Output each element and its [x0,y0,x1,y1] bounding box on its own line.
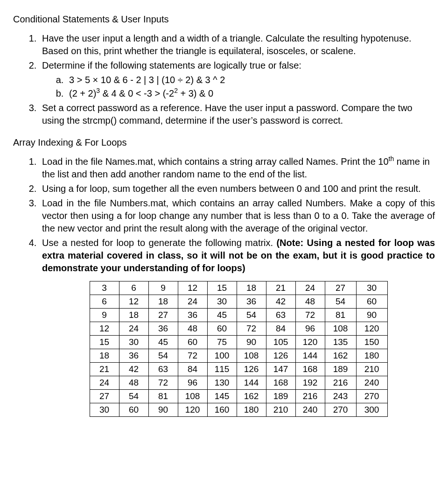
matrix-cell: 27 [148,309,178,322]
matrix-cell: 60 [207,322,237,336]
matrix-cell: 24 [90,376,119,390]
s2-q4-pre: Use a nested for loop to generate the fo… [42,238,276,248]
matrix-cell: 162 [325,349,356,363]
matrix-cell: 12 [90,322,119,336]
table-row: 306090120160180210240270300 [90,403,387,417]
matrix-cell: 72 [148,376,178,390]
matrix-cell: 60 [178,336,207,349]
s1-q1: Have the user input a length and a width… [39,32,435,57]
matrix-cell: 48 [119,376,148,390]
table-row: 18365472100108126144162180 [90,349,387,363]
matrix-cell: 54 [237,309,266,322]
matrix-cell: 189 [266,390,295,403]
section-2-list: Load in the file Names.mat, which contai… [13,155,435,417]
matrix-cell: 18 [90,349,119,363]
matrix-cell: 162 [237,390,266,403]
s2-q1-sup: th [389,155,394,162]
matrix-cell: 150 [356,336,387,349]
matrix-cell: 144 [295,349,325,363]
table-row: 36912151821242730 [90,281,387,295]
matrix-cell: 192 [295,376,325,390]
matrix-table: 3691215182124273061218243036424854609182… [90,281,388,417]
matrix-cell: 63 [266,309,295,322]
matrix-cell: 48 [178,322,207,336]
s1-q2b-mid: & 4 & 0 < -3 > (-2 [100,88,174,98]
matrix-cell: 18 [237,281,266,295]
table-row: 1224364860728496108120 [90,322,387,336]
table-row: 153045607590105120135150 [90,336,387,349]
matrix-cell: 108 [178,390,207,403]
matrix-cell: 108 [325,322,356,336]
matrix-cell: 60 [356,295,387,309]
matrix-cell: 3 [90,281,119,295]
matrix-cell: 24 [178,295,207,309]
s1-q2b-post: + 3) & 0 [178,88,213,98]
matrix-cell: 243 [325,390,356,403]
matrix-cell: 147 [266,363,295,376]
matrix-cell: 9 [148,281,178,295]
matrix-cell: 210 [266,403,295,417]
s2-q4: Use a nested for loop to generate the fo… [39,237,435,417]
matrix-cell: 21 [266,281,295,295]
s1-q2-sublist: 3 > 5 × 10 & 6 - 2 | 3 | (10 ÷ 2) & 3 ^ … [42,74,435,100]
matrix-cell: 54 [119,390,148,403]
matrix-cell: 42 [266,295,295,309]
matrix-cell: 105 [266,336,295,349]
s1-q2b-pre: (2 + 2) [69,88,96,98]
matrix-cell: 210 [356,363,387,376]
matrix-cell: 270 [325,403,356,417]
matrix-cell: 240 [356,376,387,390]
matrix-cell: 45 [207,309,237,322]
matrix-cell: 54 [148,349,178,363]
matrix-cell: 30 [90,403,119,417]
matrix-cell: 120 [356,322,387,336]
matrix-cell: 27 [90,390,119,403]
matrix-cell: 48 [295,295,325,309]
matrix-cell: 30 [119,336,148,349]
s1-q3: Set a correct password as a reference. H… [39,102,435,127]
matrix-cell: 24 [119,322,148,336]
matrix-cell: 240 [295,403,325,417]
matrix-cell: 75 [207,336,237,349]
s1-q2b-exp2: 2 [174,87,178,94]
matrix-cell: 72 [237,322,266,336]
matrix-cell: 54 [325,295,356,309]
table-row: 24487296130144168192216240 [90,376,387,390]
matrix-cell: 180 [237,403,266,417]
matrix-cell: 63 [148,363,178,376]
matrix-cell: 36 [178,309,207,322]
matrix-cell: 36 [148,322,178,336]
matrix-cell: 24 [295,281,325,295]
s1-q2b-exp1: 3 [96,87,100,94]
matrix-cell: 45 [148,336,178,349]
matrix-cell: 60 [119,403,148,417]
matrix-cell: 168 [295,363,325,376]
matrix-cell: 120 [295,336,325,349]
matrix-cell: 12 [119,295,148,309]
matrix-cell: 36 [119,349,148,363]
matrix-cell: 30 [207,295,237,309]
matrix-cell: 30 [356,281,387,295]
s2-q3: Load in the file Numbers.mat, which cont… [39,197,435,235]
matrix-cell: 42 [119,363,148,376]
matrix-cell: 90 [148,403,178,417]
matrix-cell: 18 [119,309,148,322]
matrix-cell: 126 [266,349,295,363]
s2-q1: Load in the file Names.mat, which contai… [39,155,435,181]
matrix-cell: 81 [148,390,178,403]
table-row: 6121824303642485460 [90,295,387,309]
matrix-cell: 145 [207,390,237,403]
matrix-cell: 90 [356,309,387,322]
table-row: 275481108145162189216243270 [90,390,387,403]
section-2-heading: Array Indexing & For Loops [13,136,435,149]
table-row: 21426384115126147168189210 [90,363,387,376]
matrix-cell: 84 [178,363,207,376]
s1-q2: Determine if the following statements ar… [39,59,435,100]
matrix-cell: 108 [237,349,266,363]
matrix-cell: 6 [119,281,148,295]
matrix-cell: 216 [295,390,325,403]
table-row: 9182736455463728190 [90,309,387,322]
matrix-cell: 130 [207,376,237,390]
matrix-cell: 15 [207,281,237,295]
s1-q2-text: Determine if the following statements ar… [42,60,301,70]
